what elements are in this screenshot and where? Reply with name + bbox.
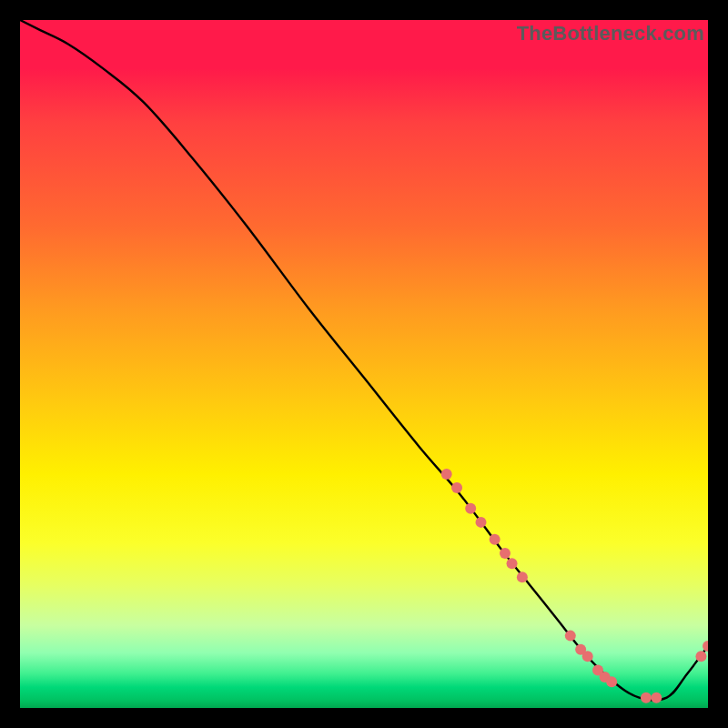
data-marker [451,482,462,493]
chart-svg [20,20,708,708]
data-marker [695,651,706,662]
data-marker [565,631,576,642]
data-marker [582,651,593,662]
chart-stage: TheBottleneck.com [0,0,728,728]
marker-group [441,469,708,703]
plot-area: TheBottleneck.com [20,20,708,708]
data-marker [441,469,452,480]
data-marker [517,571,528,582]
data-marker [507,558,518,569]
data-marker [641,693,652,703]
data-marker [606,676,617,687]
data-marker [465,503,476,514]
data-marker [490,534,500,545]
data-marker [703,641,708,652]
data-marker [651,693,662,703]
data-marker [476,517,487,528]
bottleneck-curve [20,20,708,701]
data-marker [500,548,511,559]
